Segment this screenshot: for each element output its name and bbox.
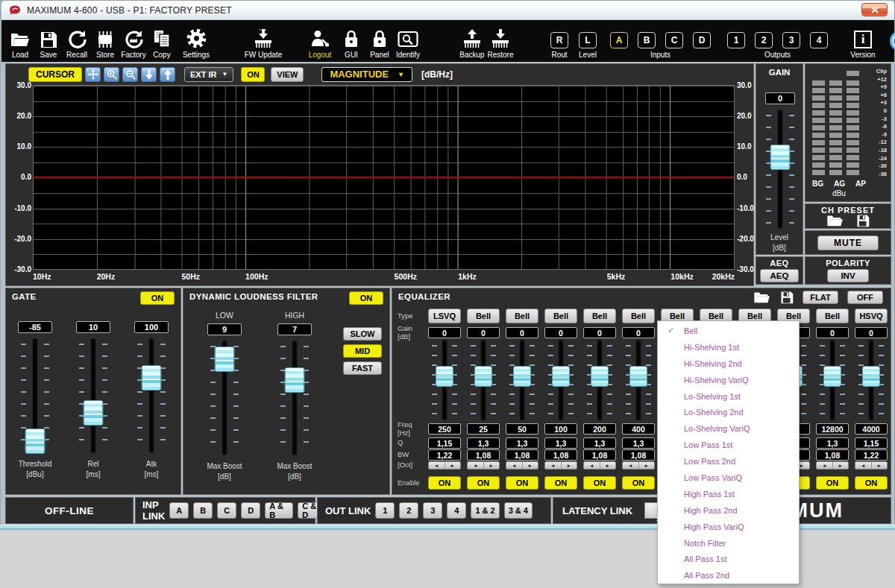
output-key[interactable]: 4 (810, 32, 828, 48)
eq-type-button[interactable]: Bell (544, 309, 577, 323)
eq-gain-value[interactable]: 0 (506, 327, 538, 338)
fader-handle[interactable] (215, 347, 235, 372)
fw-update-button[interactable]: FW Update (243, 23, 283, 59)
eq-save-button[interactable] (780, 291, 794, 304)
eq-bw-spinner[interactable]: ◄► (816, 461, 849, 470)
backup-button[interactable]: Backup (458, 23, 486, 59)
eq-type-button[interactable]: Bell (467, 309, 500, 323)
recall-button[interactable]: Recall (63, 23, 91, 59)
view-button[interactable]: VIEW (271, 67, 304, 82)
eq-bw-spinner[interactable]: ◄► (428, 461, 461, 470)
restore-button[interactable]: Restore (486, 23, 515, 59)
output-key[interactable]: 3 (782, 32, 800, 48)
input-link-button[interactable]: A & B (265, 502, 293, 519)
fader-handle[interactable] (474, 366, 492, 387)
spinner-right-icon[interactable]: ► (484, 462, 500, 469)
eq-enable-button[interactable]: ON (544, 476, 577, 490)
filter-type-option[interactable]: All Pass 2nd (658, 567, 799, 584)
version-button[interactable]: i Version (849, 23, 877, 59)
eq-bw-value[interactable]: 1,08 (506, 449, 538, 461)
fader-handle[interactable] (591, 366, 609, 387)
loudness-on-button[interactable]: ON (349, 291, 383, 305)
eq-type-button[interactable]: Bell (506, 309, 538, 323)
input-link-button[interactable]: C (217, 502, 236, 519)
ext-ir-dropdown[interactable]: EXT IR ▼ (184, 67, 233, 82)
store-button[interactable]: Store (91, 23, 119, 59)
output-key[interactable]: 2 (755, 32, 773, 48)
output-link-button[interactable]: 3 & 4 (504, 502, 533, 519)
eq-enable-button[interactable]: ON (467, 476, 500, 490)
eq-enable-button[interactable]: ON (855, 476, 888, 490)
shift-up-button[interactable] (160, 67, 175, 82)
filter-type-option[interactable]: All Pass 1st (658, 551, 799, 567)
spinner-right-icon[interactable]: ► (639, 462, 655, 469)
eq-freq-value[interactable]: 4000 (855, 423, 888, 434)
eq-bw-spinner[interactable]: ◄► (622, 461, 655, 470)
eq-type-button[interactable]: LSVQ (428, 309, 461, 323)
polarity-inv-button[interactable]: INV (827, 269, 869, 282)
spinner-left-icon[interactable]: ◄ (429, 462, 445, 469)
zoom-in-button[interactable] (104, 67, 119, 82)
filter-type-option[interactable]: Low Pass 2nd (658, 453, 799, 470)
eq-bw-spinner[interactable]: ◄► (467, 461, 500, 470)
eq-gain-value[interactable]: 0 (622, 327, 655, 338)
preset-save-button[interactable] (856, 214, 870, 227)
fader-handle[interactable] (436, 366, 453, 387)
filter-type-option[interactable]: Low Pass 1st (658, 437, 799, 453)
panel-lock-button[interactable]: Panel (365, 23, 394, 59)
spinner-right-icon[interactable]: ► (523, 462, 538, 469)
fader-value[interactable]: 7 (277, 323, 312, 335)
eq-enable-button[interactable]: ON (428, 476, 461, 490)
settings-button[interactable]: Settings (182, 23, 210, 59)
power-button[interactable] (889, 30, 895, 52)
fader-handle[interactable] (84, 400, 104, 426)
eq-freq-value[interactable]: 50 (506, 423, 538, 434)
eq-gain-value[interactable]: 0 (544, 327, 577, 338)
mute-button[interactable]: MUTE (817, 235, 879, 250)
eq-q-value[interactable]: 1,3 (816, 437, 849, 449)
eq-bw-value[interactable]: 1,08 (544, 449, 577, 461)
eq-bw-value[interactable]: 1,08 (622, 449, 655, 461)
cursor-button[interactable]: CURSOR (28, 67, 82, 82)
eq-bw-value[interactable]: 1,22 (428, 449, 461, 461)
eq-type-button[interactable]: Bell (583, 309, 616, 323)
eq-q-value[interactable]: 1,3 (506, 437, 538, 449)
loudness-speed-button[interactable]: FAST (343, 361, 382, 375)
filter-type-option[interactable]: Hi-Shelving 1st (658, 339, 799, 355)
spinner-left-icon[interactable]: ◄ (506, 462, 523, 469)
factory-reset-button[interactable]: Factory (119, 23, 148, 59)
pan-button[interactable] (85, 67, 101, 82)
fader-handle[interactable] (629, 366, 647, 387)
spinner-left-icon[interactable]: ◄ (623, 462, 639, 469)
eq-freq-value[interactable]: 100 (544, 423, 577, 434)
filter-type-option[interactable]: Hi-Shelving VariQ (658, 372, 799, 388)
output-link-button[interactable]: 2 (399, 502, 418, 519)
loudness-speed-button[interactable]: SLOW (343, 327, 382, 341)
spinner-left-icon[interactable]: ◄ (817, 462, 833, 469)
eq-off-button[interactable]: OFF (847, 291, 883, 304)
gate-on-button[interactable]: ON (140, 291, 175, 305)
spinner-left-icon[interactable]: ◄ (468, 462, 484, 469)
input-link-button[interactable]: D (241, 502, 260, 519)
magnitude-dropdown[interactable]: MAGNITUDE ▼ (321, 67, 412, 82)
filter-type-option[interactable]: ✓ Bell (658, 323, 799, 339)
eq-gain-value[interactable]: 0 (428, 327, 461, 338)
eq-gain-value[interactable]: 0 (855, 327, 888, 338)
input-key[interactable]: D (693, 32, 711, 48)
input-key[interactable]: A (610, 32, 628, 48)
eq-q-value[interactable]: 1,3 (622, 437, 655, 449)
eq-freq-value[interactable]: 250 (428, 423, 461, 434)
filter-type-option[interactable]: Notch Filter (658, 535, 799, 551)
eq-load-button[interactable] (753, 291, 771, 304)
eq-type-button[interactable]: Bell (622, 309, 655, 323)
fader-handle[interactable] (862, 366, 880, 387)
eq-bw-value[interactable]: 1,22 (855, 449, 888, 461)
fader-value[interactable]: 10 (76, 321, 110, 333)
filter-type-option[interactable]: High Pass 2nd (658, 502, 799, 519)
filter-type-option[interactable]: Lo-Shelving 1st (658, 388, 799, 405)
fader-handle[interactable] (552, 366, 570, 387)
filter-type-option[interactable]: Hi-Shelving 2nd (658, 355, 799, 372)
eq-bw-value[interactable]: 1,08 (467, 449, 500, 461)
input-link-button[interactable]: A (169, 502, 189, 519)
output-link-button[interactable]: 1 (375, 502, 395, 519)
